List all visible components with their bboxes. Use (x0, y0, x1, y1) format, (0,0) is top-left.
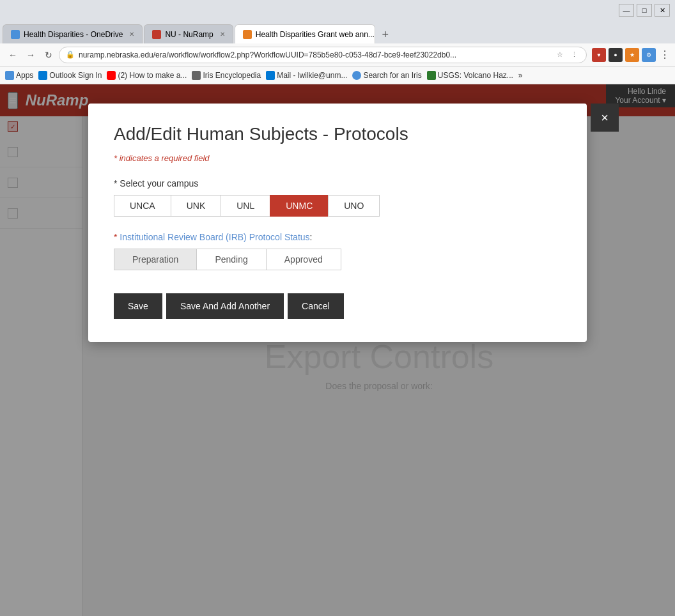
usgs-bookmark-icon (427, 71, 436, 80)
modal-close-button[interactable]: × (591, 104, 619, 132)
back-button[interactable]: ← (5, 47, 20, 63)
mail-bookmark-icon (266, 71, 275, 80)
tab-label-1: Health Disparities - OneDrive (24, 30, 123, 39)
campus-btn-unmc[interactable]: UNMC (270, 195, 328, 217)
irb-btn-pending[interactable]: Pending (196, 249, 265, 270)
tab-favicon-2 (152, 30, 161, 39)
irb-required-star: * (114, 232, 117, 242)
irb-btn-preparation[interactable]: Preparation (114, 249, 196, 270)
ext-icon-4[interactable]: ⚙ (642, 48, 656, 62)
tab-close-1[interactable]: ✕ (129, 31, 134, 38)
ext-icon-3[interactable]: ★ (625, 48, 639, 62)
address-bar[interactable]: 🔒 nuramp.nebraska.edu/era/workflow/workf… (59, 47, 587, 63)
address-menu-icon[interactable]: ⋮ (568, 49, 580, 61)
tab-bar: Health Disparities - OneDrive ✕ NU - NuR… (0, 20, 675, 43)
bookmark-outlook[interactable]: Outlook Sign In (38, 71, 102, 80)
address-text: nuramp.nebraska.edu/era/workflow/workflo… (79, 50, 550, 59)
close-window-button[interactable]: ✕ (655, 4, 670, 17)
tab-label-3: Health Disparities Grant web ann... (256, 30, 375, 39)
bookmark-apps-label: Apps (16, 71, 33, 80)
bookmark-usgs[interactable]: USGS: Volcano Haz... (427, 71, 513, 80)
apps-bookmark-icon (5, 71, 14, 80)
iris-enc-bookmark-icon (192, 71, 201, 80)
reload-button[interactable]: ↻ (41, 47, 56, 63)
page-content: ≡ NuRamp Hello Linde Your Account ▾ ✓ An… (0, 84, 675, 616)
campus-button-group: UNCA UNK UNL UNMC UNO (114, 195, 561, 217)
youtube-bookmark-icon (107, 71, 116, 80)
action-buttons: Save Save And Add Another Cancel (114, 293, 561, 319)
ext-icon-2[interactable]: ● (609, 48, 623, 62)
bookmark-outlook-label: Outlook Sign In (49, 71, 102, 80)
campus-field-section: * Select your campus UNCA UNK UNL UNMC U… (114, 178, 561, 217)
maximize-button[interactable]: □ (637, 4, 652, 17)
save-and-add-another-button[interactable]: Save And Add Another (166, 293, 284, 319)
bookmark-mail[interactable]: Mail - lwilkie@unm... (266, 71, 347, 80)
irb-button-group: Preparation Pending Approved (114, 249, 561, 270)
tab-health-disparities-grant[interactable]: Health Disparities Grant web ann... ✕ (235, 24, 375, 43)
tab-label-2: NU - NuRamp (165, 30, 213, 39)
bookmark-apps[interactable]: Apps (5, 71, 33, 80)
bookmark-usgs-label: USGS: Volcano Haz... (438, 71, 513, 80)
nav-bar: ← → ↻ 🔒 nuramp.nebraska.edu/era/workflow… (0, 43, 675, 66)
tab-favicon-1 (11, 30, 20, 39)
tab-health-disparities-onedrive[interactable]: Health Disparities - OneDrive ✕ (3, 24, 143, 43)
irb-field-label: * Institutional Review Board (IRB) Proto… (114, 232, 561, 242)
campus-field-label: * Select your campus (114, 178, 561, 189)
required-note: * indicates a required field (114, 153, 561, 163)
bookmark-search-label: Search for an Iris (363, 71, 421, 80)
forward-button[interactable]: → (23, 47, 38, 63)
save-button[interactable]: Save (114, 293, 162, 319)
irb-field-section: * Institutional Review Board (IRB) Proto… (114, 232, 561, 270)
title-bar: — □ ✕ (0, 0, 675, 20)
bookmarks-bar: Apps Outlook Sign In (2) How to make a..… (0, 66, 675, 84)
campus-btn-unca[interactable]: UNCA (114, 195, 171, 217)
modal-body: Add/Edit Human Subjects - Protocols * in… (88, 104, 587, 342)
bookmark-star-icon[interactable]: ☆ (554, 49, 566, 61)
tab-favicon-3 (243, 30, 252, 39)
cancel-button[interactable]: Cancel (288, 293, 344, 319)
bookmark-youtube-label: (2) How to make a... (118, 71, 187, 80)
modal-title: Add/Edit Human Subjects - Protocols (114, 124, 561, 144)
search-iris-bookmark-icon (352, 71, 361, 80)
campus-btn-unk[interactable]: UNK (171, 195, 221, 217)
extension-icons: ♥ ● ★ ⚙ (592, 48, 656, 62)
bookmark-search-iris[interactable]: Search for an Iris (352, 71, 421, 80)
bookmarks-more-button[interactable]: » (518, 71, 523, 80)
bookmark-iris-label: Iris Encyclopedia (203, 71, 261, 80)
title-bar-controls: — □ ✕ (619, 4, 670, 17)
address-icons: ☆ ⋮ (554, 49, 580, 61)
minimize-button[interactable]: — (619, 4, 634, 17)
campus-btn-unl[interactable]: UNL (221, 195, 270, 217)
tab-close-2[interactable]: ✕ (220, 31, 225, 38)
outlook-bookmark-icon (38, 71, 47, 80)
modal-dialog: × Add/Edit Human Subjects - Protocols * … (88, 104, 587, 342)
irb-btn-approved[interactable]: Approved (266, 249, 341, 270)
bookmark-mail-label: Mail - lwilkie@unm... (277, 71, 347, 80)
campus-btn-uno[interactable]: UNO (328, 195, 380, 217)
bookmark-iris-encyclopedia[interactable]: Iris Encyclopedia (192, 71, 261, 80)
irb-label-text: Institutional Review Board (IRB) Protoco… (120, 232, 309, 242)
modal-overlay: × Add/Edit Human Subjects - Protocols * … (0, 84, 675, 616)
new-tab-button[interactable]: + (376, 26, 394, 43)
ext-icon-1[interactable]: ♥ (592, 48, 606, 62)
bookmark-youtube[interactable]: (2) How to make a... (107, 71, 187, 80)
browser-menu-button[interactable]: ⋮ (660, 49, 670, 61)
tab-nuramp[interactable]: NU - NuRamp ✕ (144, 24, 233, 43)
